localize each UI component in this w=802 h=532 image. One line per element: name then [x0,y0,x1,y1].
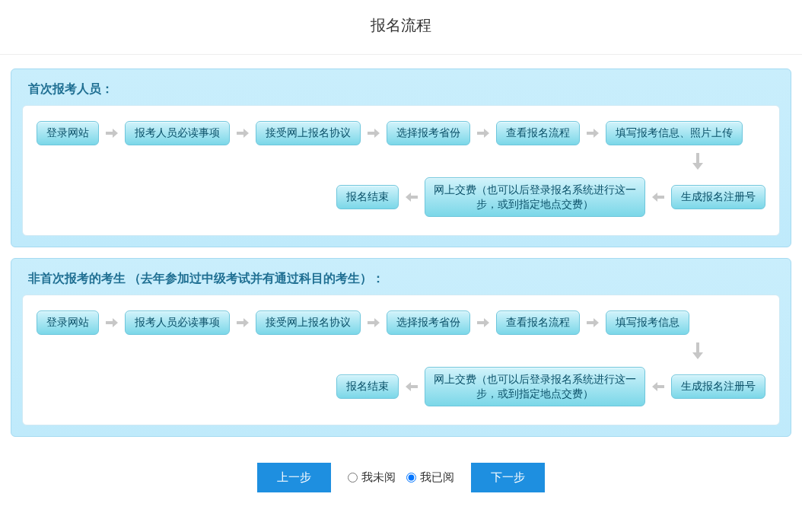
arrow-down-icon [37,150,765,173]
flow-node: 接受网上报名协议 [256,121,361,145]
arrow-right-icon [236,317,250,328]
flow-node: 填写报考信息 [606,311,689,335]
arrow-left-icon [405,192,419,202]
arrow-right-icon [476,317,490,328]
page-title: 报名流程 [0,0,802,54]
flow-node: 报考人员必读事项 [125,121,230,145]
flow-row-2: 报名结束网上交费（也可以后登录报名系统进行这一步，或到指定地点交费）生成报名注册… [37,367,765,406]
flow-node: 查看报名流程 [496,311,580,335]
flow-node-pay: 网上交费（也可以后登录报名系统进行这一步，或到指定地点交费） [425,177,645,217]
read-status-radio-group: 我未阅 我已阅 [348,470,454,485]
action-bar: 上一步 我未阅 我已阅 下一步 [0,448,802,515]
panel-subheading: （去年参加过中级考试并有通过科目的考生）： [129,272,384,285]
next-button[interactable]: 下一步 [471,463,545,492]
radio-unread[interactable]: 我未阅 [348,470,396,485]
flow-node: 填写报考信息、照片上传 [606,121,743,145]
arrow-right-icon [105,317,119,328]
radio-read-input[interactable] [406,473,416,483]
arrow-left-icon [405,381,419,392]
flow-node: 选择报考省份 [387,121,470,145]
panel-heading: 非首次报考的考生 （去年参加过中级考试并有通过科目的考生）： [22,266,780,295]
arrow-left-icon [651,381,665,392]
arrow-right-icon [105,128,119,139]
panel-body: 登录网站报考人员必读事项接受网上报名协议选择报考省份查看报名流程填写报考信息、照… [22,105,780,236]
flow-node-reg: 生成报名注册号 [671,374,765,399]
radio-read-label: 我已阅 [420,470,454,485]
panel-heading-text: 首次报考人员： [28,82,113,95]
flow-panel: 首次报考人员：登录网站报考人员必读事项接受网上报名协议选择报考省份查看报名流程填… [11,68,791,247]
prev-button[interactable]: 上一步 [257,463,331,492]
arrow-left-icon [651,192,665,202]
flow-node-end: 报名结束 [336,374,399,399]
flow-node-end: 报名结束 [336,185,399,209]
flow-node: 登录网站 [37,121,99,145]
arrow-down-icon [37,339,765,362]
flow-node: 报考人员必读事项 [125,311,230,335]
radio-read[interactable]: 我已阅 [406,470,454,485]
divider [0,54,802,55]
arrow-right-icon [236,128,250,139]
flow-row-2: 报名结束网上交费（也可以后登录报名系统进行这一步，或到指定地点交费）生成报名注册… [37,177,765,217]
arrow-right-icon [586,317,600,328]
arrow-right-icon [476,128,490,139]
panel-heading: 首次报考人员： [22,77,780,105]
flow-panel: 非首次报考的考生 （去年参加过中级考试并有通过科目的考生）：登录网站报考人员必读… [11,258,791,437]
radio-unread-input[interactable] [348,473,358,483]
arrow-right-icon [367,317,380,328]
flow-node: 接受网上报名协议 [256,311,361,335]
flow-node: 查看报名流程 [496,121,580,145]
flow-node: 选择报考省份 [387,311,470,335]
panel-heading-text: 非首次报考的考生 [28,272,126,285]
panel-body: 登录网站报考人员必读事项接受网上报名协议选择报考省份查看报名流程填写报考信息报名… [22,295,780,425]
flow-row-1: 登录网站报考人员必读事项接受网上报名协议选择报考省份查看报名流程填写报考信息、照… [37,121,765,145]
flow-node-reg: 生成报名注册号 [671,185,765,209]
arrow-right-icon [586,128,600,139]
flow-node-pay: 网上交费（也可以后登录报名系统进行这一步，或到指定地点交费） [425,367,645,406]
flow-node: 登录网站 [37,311,99,335]
radio-unread-label: 我未阅 [361,470,396,485]
flow-row-1: 登录网站报考人员必读事项接受网上报名协议选择报考省份查看报名流程填写报考信息 [37,311,765,335]
arrow-right-icon [367,128,380,139]
